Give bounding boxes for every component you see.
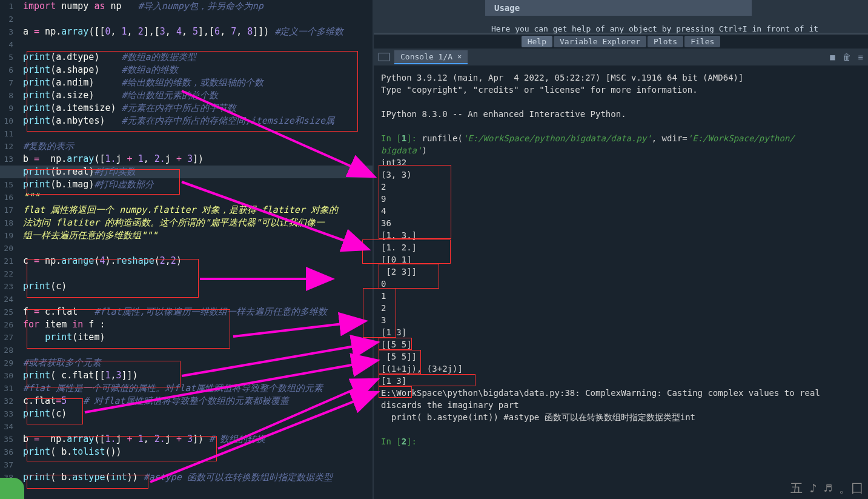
tab-plots[interactable]: Plots (648, 36, 683, 47)
console-tab[interactable]: Console 1/A ✕ (394, 50, 468, 64)
watermark-text: 五 ♪ ♬ 。囗 (786, 478, 868, 499)
console-output[interactable]: Python 3.9.12 (main, Apr 4 2022, 05:22:2… (374, 65, 868, 499)
tab-variable-explorer[interactable]: Variable Explorer (554, 36, 646, 47)
new-console-icon[interactable] (379, 53, 389, 61)
right-pane: Usage Here you can get help of any objec… (373, 0, 868, 499)
code-editor[interactable]: 1234567891011121314151617181920212223242… (0, 0, 373, 499)
help-pane: Usage Here you can get help of any objec… (374, 0, 868, 34)
console-header: Console 1/A ✕ ■ 🗑 ≡ (374, 49, 868, 65)
console-pane: Console 1/A ✕ ■ 🗑 ≡ Python 3.9.12 (main,… (374, 49, 868, 499)
pane-tab-bar: Help Variable Explorer Plots Files (374, 34, 868, 49)
watermark-logo (0, 478, 24, 499)
code-area[interactable]: import numpy as np #导入numpy包，并另命令为npa = … (23, 0, 373, 497)
stop-icon[interactable]: ■ (830, 52, 835, 62)
close-icon[interactable]: ✕ (457, 52, 462, 61)
line-gutter: 1234567891011121314151617181920212223242… (0, 0, 18, 497)
help-hint: Here you can get help of any object by p… (491, 24, 818, 33)
tab-help[interactable]: Help (522, 36, 552, 47)
console-tab-label: Console 1/A (400, 52, 452, 61)
trash-icon[interactable]: 🗑 (843, 52, 851, 62)
usage-label: Usage (485, 0, 752, 16)
menu-icon[interactable]: ≡ (858, 52, 863, 62)
tab-files[interactable]: Files (684, 36, 720, 47)
